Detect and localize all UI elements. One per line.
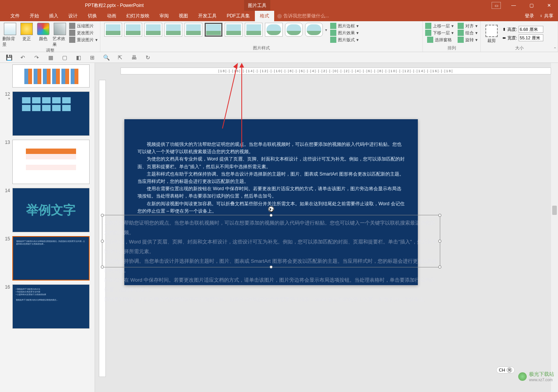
change-picture-button[interactable]: 更改图片	[69, 30, 98, 36]
picture-style-5[interactable]	[185, 23, 202, 37]
qat-icon-11[interactable]: ↻	[144, 54, 151, 61]
qat-icon-10[interactable]: 🖶	[131, 54, 137, 61]
picture-layout-button[interactable]: 图片版式 ▾	[330, 37, 359, 43]
ribbon-group-picture-styles: ▾ 图片边框 ▾ 图片效果 ▾ 图片版式 ▾ 图片样式	[100, 21, 423, 52]
rotate-button[interactable]: 旋转 ▾	[458, 37, 478, 43]
resize-handle-b[interactable]	[270, 265, 273, 269]
corrections-button[interactable]: 更正	[19, 22, 34, 42]
tab-view[interactable]: 视图	[174, 11, 193, 21]
tab-insert[interactable]: 插入	[44, 11, 63, 21]
send-back-icon	[425, 30, 431, 36]
picture-style-8[interactable]	[245, 23, 263, 37]
tab-pdf[interactable]: PDF工具集	[222, 11, 255, 21]
tab-slideshow[interactable]: 幻灯片放映	[121, 11, 154, 21]
main-area: 12* 13 14举例文字 15视频提供了功能强大的方法帮助您证明您的观点...…	[0, 63, 558, 392]
compress-picture-button[interactable]: 压缩图片	[69, 23, 98, 29]
slide-thumb-11[interactable]	[12, 64, 90, 88]
resize-handle-r[interactable]	[438, 240, 441, 243]
slide-editor[interactable]: |18|·|·|16|·|·|14|·|·|12|·|·|10|·|·|8|·|…	[95, 63, 558, 392]
tab-home[interactable]: 开始	[25, 11, 44, 21]
ribbon-display-icon[interactable]: ▭	[492, 2, 501, 9]
remove-background-button[interactable]: 删除背景	[2, 22, 17, 47]
login-button[interactable]: 登录	[525, 13, 534, 19]
color-button[interactable]: 颜色	[36, 22, 51, 42]
tab-transitions[interactable]: 切换	[83, 11, 102, 21]
picture-style-2[interactable]	[124, 23, 142, 37]
tab-design[interactable]: 设计	[63, 11, 83, 21]
selection-pane-button[interactable]: 选择窗格	[427, 37, 452, 43]
close-icon[interactable]: ✕	[540, 0, 558, 11]
ime-indicator[interactable]: CH 简	[496, 367, 515, 373]
tab-animations[interactable]: 动画	[102, 11, 121, 21]
qat-icon-5[interactable]: ▢	[61, 54, 68, 61]
picture-style-9[interactable]	[265, 23, 283, 37]
ribbon-group-arrange: 上移一层 ▾ 下移一层 ▾ 选择窗格 对齐 ▾ 组合 ▾ 旋转 ▾ 排列	[423, 21, 481, 52]
crop-button[interactable]: 裁剪	[483, 24, 500, 44]
rotate-handle-icon[interactable]: ↻	[268, 206, 274, 212]
resize-handle-tl[interactable]	[101, 214, 104, 217]
picture-border-button[interactable]: 图片边框 ▾	[330, 23, 359, 29]
rotate-icon	[458, 37, 464, 43]
picture-style-1[interactable]	[104, 23, 122, 37]
tab-format[interactable]: 格式	[255, 11, 274, 21]
slide-thumbnail-panel[interactable]: 12* 13 14举例文字 15视频提供了功能强大的方法帮助您证明您的观点...…	[0, 63, 95, 392]
slide-thumb-13[interactable]	[12, 140, 90, 184]
layout-icon	[330, 37, 336, 43]
save-icon[interactable]: 💾	[5, 54, 12, 61]
paragraph-4: 使用在需要位置出现的新按钮在 Word 中保存时间。若要更改图片适应文档的方式，…	[137, 185, 405, 200]
collapse-ribbon-icon[interactable]: ⌃	[553, 47, 556, 51]
share-button[interactable]: ♀ 共享	[539, 13, 553, 19]
picture-style-4[interactable]	[165, 23, 182, 37]
picture-style-7[interactable]	[225, 23, 243, 37]
selected-picture[interactable]: 大的方法帮助您证明您的观点。当您单击联机视频时，可以在想要添加的视频的嵌入代码中…	[102, 215, 440, 267]
tab-review[interactable]: 审阅	[154, 11, 174, 21]
height-input[interactable]	[519, 26, 543, 33]
align-icon	[458, 23, 464, 29]
slide-thumb-14[interactable]: 举例文字	[12, 188, 90, 232]
reset-picture-button[interactable]: 重设图片 ▾	[69, 37, 98, 43]
undo-icon[interactable]: ↶	[19, 54, 26, 61]
slide-thumb-16[interactable]: • 视频提供了功能强大的方法• 为使您的文档具有专业外观• 主题和样式也有助于文…	[12, 284, 90, 329]
qat-icon-4[interactable]: ▦	[47, 54, 54, 61]
picture-style-6[interactable]	[205, 23, 222, 37]
vertical-scrollbar[interactable]	[551, 63, 558, 392]
slide-thumb-12[interactable]	[12, 91, 90, 136]
picture-style-gallery[interactable]: ▾	[103, 22, 329, 37]
title-right-area: 登录 ♀ 共享	[525, 13, 558, 19]
bring-forward-button[interactable]: 上移一层 ▾	[425, 23, 454, 29]
qat-icon-9[interactable]: ⇱	[117, 54, 124, 61]
picture-style-3[interactable]	[144, 23, 162, 37]
gallery-more-icon[interactable]: ▾	[325, 28, 327, 32]
tell-me-search[interactable]: 告诉我您想要做什么...	[277, 13, 329, 19]
resize-handle-bl[interactable]	[101, 265, 104, 269]
title-bar: PPT教程2.pptx - PowerPoint 图片工具 ▭ — ▢ ✕	[0, 0, 558, 11]
picture-style-10[interactable]	[285, 23, 303, 37]
resize-handle-l[interactable]	[101, 240, 104, 243]
align-button[interactable]: 对齐 ▾	[458, 23, 478, 29]
resize-handle-t[interactable]	[270, 214, 273, 217]
selection-icon	[427, 37, 433, 43]
slide-number-13: 13	[3, 140, 10, 184]
qat-icon-7[interactable]: ⊞	[89, 54, 96, 61]
paragraph-3: 主题和样式也有助于文档保持协调。当您单击设计并选择新的主题时，图片、图表或 Sm…	[137, 171, 405, 185]
artistic-effects-button[interactable]: 艺术效果	[53, 22, 68, 47]
resize-handle-tr[interactable]	[438, 214, 441, 217]
send-backward-button[interactable]: 下移一层 ▾	[425, 30, 454, 36]
tell-me-placeholder: 告诉我您想要做什么...	[283, 13, 329, 19]
redo-icon[interactable]: ↷	[33, 54, 40, 61]
minimize-icon[interactable]: —	[505, 0, 522, 11]
group-label-styles: 图片样式	[103, 45, 420, 52]
qat-icon-6[interactable]: ◧	[75, 54, 82, 61]
qat-icon-8[interactable]: 🔍	[103, 54, 110, 61]
picture-effects-button[interactable]: 图片效果 ▾	[330, 30, 359, 36]
width-input[interactable]	[519, 34, 543, 41]
tab-developer[interactable]: 开发工具	[193, 11, 222, 21]
effects-icon	[330, 30, 336, 36]
tab-file[interactable]: 文件	[5, 11, 25, 21]
slide-thumb-15[interactable]: 视频提供了功能强大的方法帮助您证明您的观点...为使您的文档具有专业外观...主…	[12, 236, 90, 280]
group-button[interactable]: 组合 ▾	[458, 30, 478, 36]
horizontal-ruler[interactable]: |18|·|·|16|·|·|14|·|·|12|·|·|10|·|·|8|·|…	[120, 68, 551, 74]
resize-handle-br[interactable]	[438, 265, 441, 269]
maximize-icon[interactable]: ▢	[522, 0, 540, 11]
picture-style-11[interactable]	[305, 23, 323, 37]
